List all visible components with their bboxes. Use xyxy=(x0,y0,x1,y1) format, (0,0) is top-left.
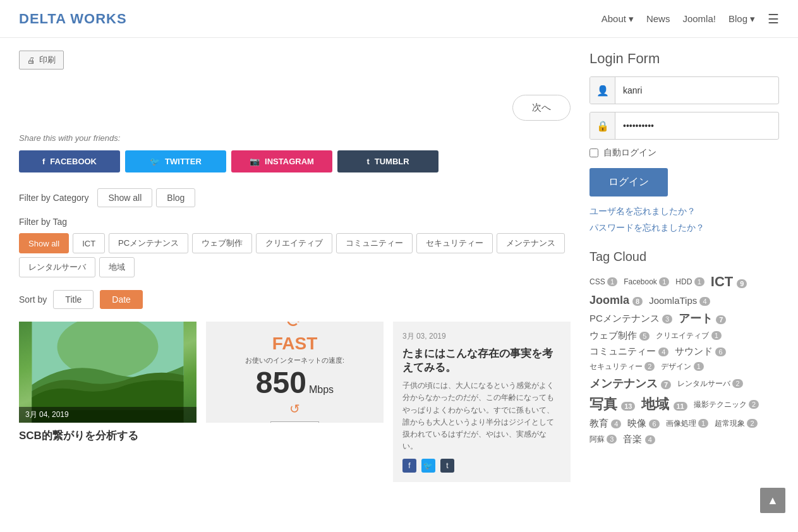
tag-ict-button[interactable]: ICT xyxy=(73,233,105,253)
facebook-share-button[interactable]: f FACEBOOK xyxy=(19,150,120,172)
cloud-tag[interactable]: 撮影テクニック 2 xyxy=(694,399,759,410)
cloud-tag-label: 阿蘇 xyxy=(589,435,607,444)
forgot-password-link[interactable]: パスワードを忘れましたか？ xyxy=(589,222,779,234)
article-date-overlay-1: 3月 04, 2019 xyxy=(19,407,196,423)
facebook-icon: f xyxy=(42,157,45,166)
article-card-2[interactable]: ⟳ FAST お使いのインターネットの速度: 850 Mbps ↺ 詳細を見る xyxy=(206,322,384,482)
filter-category-label: Filter by Category xyxy=(19,193,88,203)
auto-login-label: 自動ログイン xyxy=(603,147,656,159)
article-date-3: 3月 03, 2019 xyxy=(402,331,561,342)
nav-joomla[interactable]: Joomla! xyxy=(682,13,716,24)
tag-web-creation-button[interactable]: ウェブ制作 xyxy=(192,233,252,253)
tag-community-button[interactable]: コミュニティー xyxy=(336,233,413,253)
tag-cloud-section: Tag Cloud CSS 1Facebook 1HDD 1ICT 9Jooml… xyxy=(589,250,779,445)
tumblr-share-button[interactable]: t TUMBLR xyxy=(337,150,438,172)
password-input[interactable] xyxy=(615,116,778,136)
category-show-all-button[interactable]: Show all xyxy=(97,188,152,207)
cloud-tag-count: 11 xyxy=(674,402,687,411)
cloud-tag[interactable]: CSS 1 xyxy=(589,277,617,286)
cloud-tag[interactable]: 超常現象 2 xyxy=(715,418,757,429)
speedtest-icon: ⟳ xyxy=(245,322,344,332)
site-logo[interactable]: DELTA WORKS xyxy=(19,11,127,27)
instagram-icon: 📷 xyxy=(250,157,260,166)
cloud-tag[interactable]: Joomla 8 xyxy=(589,294,643,307)
nav-about[interactable]: About ▾ xyxy=(602,13,634,25)
tag-show-all-button[interactable]: Show all xyxy=(19,233,69,253)
cloud-tag-count: 1 xyxy=(607,277,617,286)
sort-section: Sort by Title Date xyxy=(19,290,571,309)
article-card-1[interactable]: 3月 04, 2019 SCB的繋がりを分析する xyxy=(19,322,196,482)
tag-region-button[interactable]: 地域 xyxy=(99,257,135,277)
cloud-tag[interactable]: ICT 9 xyxy=(711,274,747,290)
chevron-down-icon: ▾ xyxy=(629,13,634,25)
cloud-tag-count: 1 xyxy=(711,331,722,340)
cloud-tag[interactable]: サウンド 6 xyxy=(675,346,725,358)
nav-blog[interactable]: Blog ▾ xyxy=(728,13,755,25)
tag-pc-maintenance-button[interactable]: PCメンテナンス xyxy=(109,233,188,253)
sort-title-button[interactable]: Title xyxy=(53,290,94,309)
cloud-tag-label: JoomlaTips xyxy=(649,295,699,306)
category-blog-button[interactable]: Blog xyxy=(156,188,195,207)
cloud-tag-count: 4 xyxy=(645,435,655,444)
share-label: Share this with your friends: xyxy=(19,133,571,143)
twitter-share-button[interactable]: 🐦 TWITTER xyxy=(125,150,226,172)
cloud-tag[interactable]: コミュニティー 4 xyxy=(589,346,668,358)
cloud-tag[interactable]: PCメンテナンス 3 xyxy=(589,313,672,325)
cloud-tag[interactable]: セキュリティー 2 xyxy=(589,361,655,372)
article-social-3: f 🐦 t xyxy=(402,459,561,473)
sort-label: Sort by xyxy=(19,294,47,305)
nav-news[interactable]: News xyxy=(646,13,670,24)
twitter-icon[interactable]: 🐦 xyxy=(421,459,435,473)
speedtest-detail-button[interactable]: 詳細を見る xyxy=(270,421,319,423)
sidebar: Login Form 👤 🔒 自動ログイン ログイン ユーザ名を忘れましたか？ … xyxy=(589,51,779,482)
forgot-username-link[interactable]: ユーザ名を忘れましたか？ xyxy=(589,206,779,217)
share-section: Share this with your friends: f FACEBOOK… xyxy=(19,133,571,172)
cloud-tag-label: 教育 xyxy=(589,418,611,428)
cloud-tag-label: 音楽 xyxy=(623,433,644,444)
back-to-top-button[interactable]: ▲ xyxy=(760,488,785,495)
cloud-tag[interactable]: レンタルサーバ 2 xyxy=(677,378,742,389)
twitter-icon: 🐦 xyxy=(150,157,160,166)
cloud-tag-label: ウェブ制作 xyxy=(589,330,639,341)
cloud-tag[interactable]: クリエイティブ 1 xyxy=(656,330,721,341)
next-button[interactable]: 次へ xyxy=(512,95,571,121)
sort-date-button[interactable]: Date xyxy=(100,290,143,309)
cloud-tag[interactable]: 音楽 4 xyxy=(623,433,655,445)
cloud-tag-count: 8 xyxy=(632,297,643,306)
cloud-tag[interactable]: 阿蘇 3 xyxy=(589,434,617,445)
cloud-tag[interactable]: メンテナンス 7 xyxy=(589,376,671,391)
chevron-down-icon: ▾ xyxy=(750,13,755,25)
tag-creative-button[interactable]: クリエイティブ xyxy=(256,233,332,253)
instagram-share-button[interactable]: 📷 INSTAGRAM xyxy=(231,150,332,172)
cloud-tag[interactable]: ウェブ制作 5 xyxy=(589,330,650,342)
cloud-tag-label: セキュリティー xyxy=(589,362,644,371)
cloud-tag[interactable]: 教育 4 xyxy=(589,418,621,430)
username-input[interactable] xyxy=(615,80,778,100)
hamburger-menu[interactable]: ☰ xyxy=(768,11,779,27)
article-card-3[interactable]: 3月 03, 2019 たまにはこんな存在の事実を考えてみる。 子供の頃には、大… xyxy=(393,322,571,482)
print-button[interactable]: 🖨 印刷 xyxy=(19,51,64,70)
tag-maintenance-button[interactable]: メンテナンス xyxy=(497,233,565,253)
cloud-tag[interactable]: アート 7 xyxy=(679,311,726,326)
cloud-tag-label: 写真 xyxy=(589,396,621,412)
cloud-tag[interactable]: デザイン 1 xyxy=(661,361,703,372)
cloud-tag[interactable]: HDD 1 xyxy=(675,277,704,286)
login-button[interactable]: ログイン xyxy=(589,168,668,196)
cloud-tag[interactable]: 画像処理 1 xyxy=(666,418,708,429)
cloud-tag-count: 2 xyxy=(732,379,742,388)
facebook-icon[interactable]: f xyxy=(402,459,416,473)
cloud-tag[interactable]: JoomlaTips 4 xyxy=(649,295,710,306)
cloud-tag-count: 7 xyxy=(661,380,671,389)
auto-login-checkbox[interactable] xyxy=(589,148,598,157)
tumblr-icon[interactable]: t xyxy=(440,459,454,473)
filter-tag-label: Filter by Tag xyxy=(19,217,571,227)
cloud-tag-count: 6 xyxy=(715,348,725,356)
cloud-tag[interactable]: Facebook 1 xyxy=(624,277,669,286)
cloud-tag[interactable]: 写真 13 xyxy=(589,395,635,414)
cloud-tag[interactable]: 映像 6 xyxy=(627,418,659,430)
auto-login-row: 自動ログイン xyxy=(589,147,779,159)
tag-security-button[interactable]: セキュリティー xyxy=(416,233,493,253)
tag-rental-server-button[interactable]: レンタルサーバ xyxy=(19,257,95,277)
cloud-tag-count: 1 xyxy=(698,419,708,428)
cloud-tag[interactable]: 地域 11 xyxy=(641,395,687,414)
